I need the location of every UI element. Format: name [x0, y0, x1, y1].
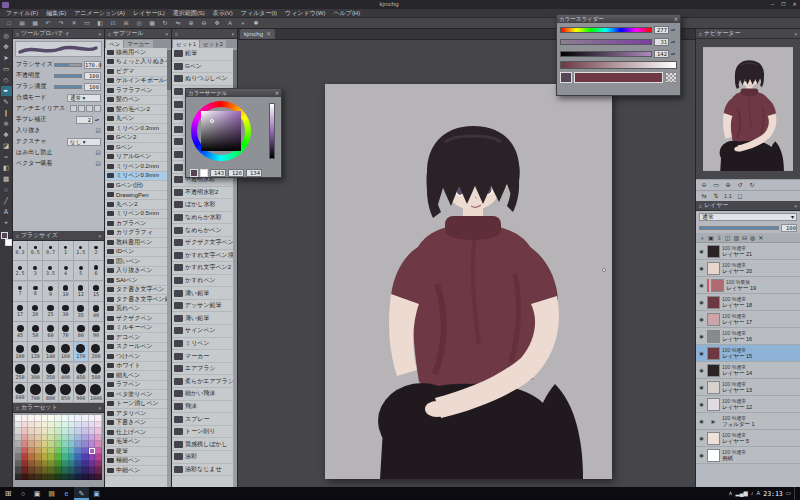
subtool-item[interactable]: 油彩	[172, 451, 237, 464]
brush-size-cell[interactable]: 600	[13, 383, 28, 403]
stepper-buttons[interactable]: ▴▾	[95, 118, 101, 122]
ime-indicator[interactable]: A	[757, 487, 761, 500]
panel-menu-icon[interactable]: ≡	[16, 231, 19, 241]
subtool-item[interactable]: 飛沫	[172, 401, 237, 414]
mixer-swatch-secondary[interactable]	[574, 72, 663, 83]
color-swatch[interactable]	[28, 474, 35, 481]
subtool-item[interactable]: ミルキーペン	[105, 324, 171, 334]
color-swatch[interactable]	[35, 474, 42, 481]
snap-ruler-icon[interactable]: ⊞	[120, 19, 132, 28]
color-slider-titlebar[interactable]: カラースライダー ✕	[557, 15, 680, 23]
subtool-tab[interactable]: ペン	[106, 40, 123, 48]
subtool-item[interactable]: IDペン	[105, 248, 171, 258]
brush-size-cell[interactable]: 800	[43, 383, 58, 403]
panel-menu-icon[interactable]: ≡	[699, 29, 702, 39]
combine-layer-icon[interactable]: ◫	[725, 233, 731, 243]
scrollbar[interactable]	[167, 48, 171, 487]
figure-tool[interactable]: ○	[1, 185, 12, 195]
brush-size-cell[interactable]: 900	[74, 383, 89, 403]
panel-collapse-icon[interactable]: ▾	[98, 403, 101, 413]
layer-row[interactable]: ◉100 %通常レイヤー 12	[696, 396, 800, 413]
subtool-pen-header[interactable]: ≡ サブツール ▾	[105, 29, 171, 39]
zoom-in-icon[interactable]: ⊕	[185, 19, 197, 28]
menu-view[interactable]: 表示(V)	[209, 9, 237, 18]
eyedropper-tool[interactable]: ⌖	[1, 218, 12, 228]
brush-tool[interactable]: ❙	[1, 108, 12, 118]
zoom-tool[interactable]: ◎	[1, 31, 12, 41]
visibility-icon[interactable]: ◉	[698, 367, 705, 373]
snap-special-ruler-icon[interactable]: ◎	[133, 19, 145, 28]
aa-option[interactable]	[94, 105, 101, 112]
subtool-item[interactable]: 仕上げペン	[105, 428, 171, 438]
brush-size-cell[interactable]: 7	[13, 282, 28, 302]
subtool-item[interactable]: 質感残しぼかし	[172, 438, 237, 451]
color-swatch[interactable]	[15, 474, 22, 481]
color-swatch[interactable]	[89, 474, 96, 481]
visibility-icon[interactable]: ◉	[698, 282, 705, 288]
subtool-item[interactable]: ザクザクペン	[105, 314, 171, 324]
brush-size-cell[interactable]: 45	[13, 322, 28, 342]
panel-collapse-icon[interactable]: ▾	[98, 29, 101, 39]
rotate-view-icon[interactable]: ↻	[159, 19, 171, 28]
subtool-item[interactable]: 極細ペン	[105, 457, 171, 467]
color-swatch[interactable]	[95, 474, 102, 481]
brush-size-cell[interactable]: 60	[43, 322, 58, 342]
subtool-tab[interactable]: セット1	[173, 40, 199, 48]
move-tool[interactable]: ✥	[1, 42, 12, 52]
layer-row[interactable]: ◉100 %通常レイヤー 20	[696, 260, 800, 277]
subtool-item[interactable]: 荒れペン	[105, 305, 171, 315]
param-combo[interactable]: 通常 ▾	[67, 94, 101, 102]
open-file-icon[interactable]: ▤	[16, 19, 28, 28]
background-color-swatch[interactable]	[5, 239, 12, 246]
subtool-item[interactable]: ホワイト	[105, 362, 171, 372]
task-view-icon[interactable]: ▣	[30, 487, 44, 500]
saturation-slider[interactable]	[560, 39, 652, 45]
brush-size-cell[interactable]: 70	[59, 322, 74, 342]
subtool-item[interactable]: 線画用ペン	[105, 48, 171, 58]
undo-icon[interactable]: ↶	[42, 19, 54, 28]
layer-row[interactable]: ◉100 %通常レイヤー 21	[696, 243, 800, 260]
object-tool[interactable]: ➤	[1, 53, 12, 63]
subtool-item[interactable]: SAIペン	[105, 276, 171, 286]
deselect-icon[interactable]: ▭	[81, 19, 93, 28]
network-icon[interactable]: ▂▄▆	[735, 487, 747, 500]
slider-stepper[interactable]: ▴▾	[671, 28, 677, 32]
brush-size-cell[interactable]: 4	[59, 261, 74, 281]
new-file-icon[interactable]: □	[3, 19, 15, 28]
pen-tool[interactable]: ✒	[1, 86, 12, 96]
aa-option[interactable]	[78, 105, 85, 112]
param-slider[interactable]	[54, 74, 82, 78]
select-tool[interactable]: ▭	[1, 64, 12, 74]
brush-size-cell[interactable]: 15	[89, 282, 104, 302]
subtool-item[interactable]: つけペン	[105, 352, 171, 362]
canvas-document[interactable]	[325, 84, 612, 479]
brush-size-cell[interactable]: 0.5	[28, 241, 43, 261]
subtool-tab[interactable]: セット2	[200, 40, 226, 48]
value-bar[interactable]	[269, 103, 275, 159]
panel-menu-icon[interactable]: ≡	[108, 29, 111, 39]
param-slider[interactable]	[54, 85, 82, 89]
subtool-item[interactable]: トーン削り	[172, 426, 237, 439]
brush-size-cell[interactable]: 120	[28, 342, 43, 362]
clock[interactable]: 23:13	[763, 490, 783, 498]
subtool-item[interactable]: ゲルインキボールペン	[105, 77, 171, 87]
brush-size-cell[interactable]: 20	[28, 302, 43, 322]
menu-layer[interactable]: レイヤー(L)	[129, 9, 169, 18]
panel-collapse-icon[interactable]: ▾	[165, 29, 168, 39]
subtool-item[interactable]: トーン消しペン	[105, 400, 171, 410]
color-swatch[interactable]	[48, 474, 55, 481]
visibility-icon[interactable]: ◉	[698, 316, 705, 322]
panel-menu-icon[interactable]: ≡	[175, 29, 178, 39]
show-desktop-button[interactable]	[794, 487, 797, 500]
panel-menu-icon[interactable]: ≡	[16, 29, 19, 39]
eraser-tool[interactable]: ◪	[1, 141, 12, 151]
subtool-item[interactable]: 柔らかエアブラシ	[172, 375, 237, 388]
brush-size-cell[interactable]: 0.3	[13, 241, 28, 261]
volume-icon[interactable]: ♪	[751, 487, 754, 500]
subtool-item[interactable]: 鉛筆	[172, 48, 237, 61]
aa-option[interactable]	[86, 105, 93, 112]
color-swatch[interactable]	[69, 474, 76, 481]
brush-size-cell[interactable]: 1000	[89, 383, 104, 403]
taskbar-app-browser[interactable]: e	[59, 487, 74, 500]
text-tool[interactable]: A	[1, 207, 12, 217]
